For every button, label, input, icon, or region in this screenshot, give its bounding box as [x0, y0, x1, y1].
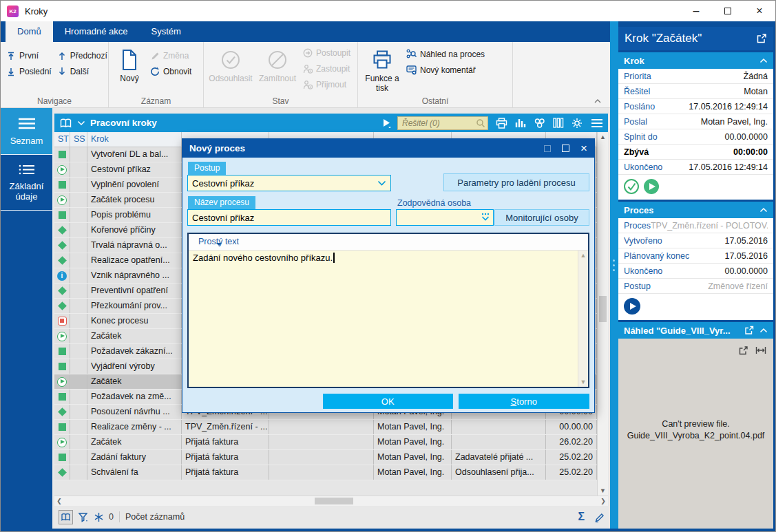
refresh-button[interactable]: Obnovit [147, 63, 194, 79]
table-row[interactable]: Realizace změny - ...TPV_Změn.řízení - .… [54, 420, 597, 435]
snowflake-icon[interactable] [94, 512, 104, 522]
right-panel: Krok "Začátek" Krok PrioritaŽádnáŘešitel… [618, 21, 773, 529]
change-button[interactable]: Změna [147, 47, 194, 63]
run-filter-icon[interactable] [382, 118, 392, 128]
table-row[interactable]: Schválení faPřijatá fakturaMotan Pavel, … [54, 465, 597, 480]
column-header-st[interactable]: ST [54, 132, 70, 147]
collapse-icon[interactable] [759, 328, 768, 333]
columns-icon[interactable] [553, 118, 564, 129]
approved-check-icon[interactable] [624, 179, 639, 194]
print-icon[interactable] [496, 118, 507, 129]
substitute-button[interactable]: Zastoupit [300, 61, 353, 76]
horizontal-scroll-thumb[interactable] [315, 498, 353, 504]
table-cell: Odsouhlasení přija... [452, 465, 546, 480]
scroll-left-icon[interactable]: ❮ [54, 498, 64, 504]
table-row[interactable]: Zadání fakturyPřijatá fakturaMotan Pavel… [54, 450, 597, 465]
chevron-down-icon[interactable] [77, 120, 85, 126]
section-krok-title: Krok [624, 56, 644, 66]
book-icon[interactable] [59, 118, 72, 129]
panel-splitter[interactable] [610, 21, 618, 529]
monitoring-persons-button[interactable]: Monitorující osoby [494, 209, 589, 226]
process-play-icon[interactable] [624, 298, 640, 315]
gear-icon[interactable] [571, 118, 583, 129]
scroll-up-icon[interactable]: ▲ [578, 251, 588, 260]
next-button[interactable]: Další [54, 63, 110, 79]
person-picker-icon[interactable] [481, 213, 490, 222]
vertical-scroll-thumb[interactable] [599, 296, 607, 322]
sidebar-item-seznam[interactable]: Seznam [1, 108, 52, 155]
section-nahled-header[interactable]: Náhled "Guide_VIII_Vyr... [618, 322, 773, 339]
ostatni-col: Náhled na proces Nový komentář [403, 43, 487, 95]
storno-button[interactable]: Storno [459, 394, 589, 409]
print-functions-button[interactable]: Funkce a tisk [361, 43, 403, 95]
responsible-person-label: Zodpovědná osoba [397, 198, 494, 208]
scroll-right-icon[interactable]: ❯ [598, 498, 608, 504]
collapse-icon[interactable] [759, 58, 768, 63]
table-row[interactable]: ZačátekPřijatá fakturaMotan Pavel, Ing.2… [54, 435, 597, 450]
accept-button[interactable]: Přijmout [300, 76, 353, 92]
combo-chevron-icon[interactable] [377, 180, 386, 187]
scroll-up-icon[interactable]: ▲ [598, 132, 608, 142]
vertical-scrollbar[interactable]: ▲ ▼ [597, 132, 608, 496]
scroll-down-icon[interactable]: ▼ [578, 377, 588, 387]
sidebar-item-zakladni-udaje[interactable]: Základní údaje [1, 155, 52, 211]
dialog-maximize-button[interactable] [562, 145, 569, 152]
forward-button[interactable]: Postoupit [300, 45, 353, 61]
fit-width-icon[interactable] [755, 345, 766, 356]
close-button[interactable]: × [744, 1, 775, 21]
section-krok-header[interactable]: Krok [618, 52, 773, 69]
splitter-handle[interactable] [613, 259, 615, 271]
open-external-icon[interactable] [756, 33, 767, 44]
edit-pencil-icon[interactable] [594, 512, 605, 522]
responsible-person-input[interactable] [396, 209, 494, 226]
first-button[interactable]: První [3, 47, 54, 63]
scroll-down-icon[interactable]: ▼ [598, 486, 608, 496]
collapse-icon[interactable] [759, 207, 768, 213]
panel-title: Krok "Začátek" [625, 32, 702, 45]
step-play-icon[interactable] [644, 179, 659, 194]
maximize-button[interactable] [712, 1, 744, 21]
ribbon-group-stav: Odsouhlasit Zamítnout Postoupit Za [204, 42, 358, 107]
column-header-ss[interactable]: SS [70, 132, 87, 147]
process-name-input[interactable] [192, 213, 386, 223]
textarea-scrollbar[interactable]: ▲ ▼ [578, 251, 588, 387]
reject-button[interactable]: Zamítnout [255, 43, 300, 95]
search-input[interactable] [397, 116, 488, 130]
open-external-icon[interactable] [744, 326, 754, 335]
column-header-krok[interactable]: Krok [87, 132, 182, 147]
tab-system[interactable]: Systém [139, 21, 192, 42]
section-nahled-title: Náhled "Guide_VIII_Vyr... [624, 326, 731, 336]
new-comment-button[interactable]: Nový komentář [403, 62, 487, 78]
approve-button[interactable]: Odsouhlasit [207, 43, 255, 95]
table-cell [70, 329, 87, 343]
tab-hromadne-akce[interactable]: Hromadné akce [53, 21, 140, 42]
section-proces: Proces ProcesTPV_Změn.řízení - POLOTOV..… [618, 202, 773, 320]
table-cell: Realizace změny - ... [87, 420, 182, 434]
description-textarea[interactable]: Zadání nového cestovního příkazu. ▲ ▼ [189, 251, 588, 387]
horizontal-scrollbar[interactable]: ❮ ❯ [54, 496, 608, 506]
last-button[interactable]: Poslední [3, 63, 54, 79]
filter-icon[interactable] [78, 512, 89, 522]
field-label: Postup [624, 281, 651, 291]
square-status-icon [59, 348, 66, 355]
section-proces-header[interactable]: Proces [618, 202, 773, 218]
process-preview-button[interactable]: Náhled na proces [403, 46, 487, 62]
ribbon-collapse-button[interactable] [594, 98, 602, 104]
debug-parameters-button[interactable]: Parametry pro ladění procesu [443, 173, 589, 191]
minimize-button[interactable]: – [680, 1, 712, 21]
previous-button[interactable]: Předchozí [54, 47, 110, 63]
postup-combobox[interactable]: Cestovní příkaz [187, 175, 391, 191]
table-cell: Motan Pavel, Ing. [374, 450, 452, 465]
menu-icon[interactable] [591, 118, 603, 128]
new-button[interactable]: Nový [112, 43, 147, 95]
ok-button[interactable]: OK [323, 394, 453, 409]
dialog-close-button[interactable]: × [580, 142, 587, 154]
check-circle-icon [220, 48, 241, 72]
chart-icon[interactable] [515, 118, 526, 128]
book-view-button[interactable] [59, 510, 73, 524]
colors-icon[interactable] [534, 118, 545, 129]
tab-prosty-text[interactable]: Prostý text [191, 234, 246, 246]
tab-domu[interactable]: Domů [6, 21, 53, 42]
open-external-icon[interactable] [738, 345, 748, 356]
sum-icon[interactable]: Σ [578, 511, 585, 523]
